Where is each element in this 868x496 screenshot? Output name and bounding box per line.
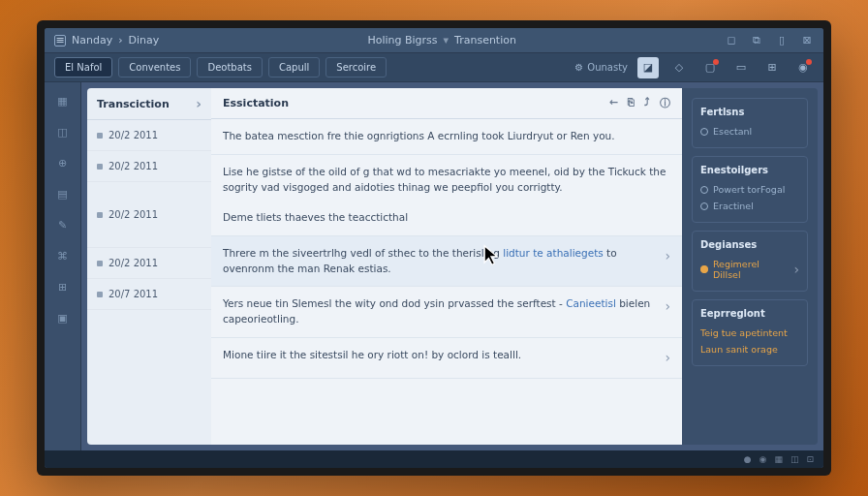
tag-icon[interactable]: ◇ (668, 57, 690, 78)
transaction-column: Transciction › 20/2 2011 20/2 2011 20/2 … (87, 88, 211, 445)
detail-row[interactable]: Threre m the siveertrlhg vedl of sthec t… (211, 236, 682, 288)
breadcrumb-item[interactable]: Nanday (72, 34, 112, 46)
gear-icon: ⚙ (574, 62, 583, 73)
toolbar: El Nafol Conventes Deotbats Capull Serco… (45, 53, 823, 82)
sidebar-section-report: Eeprreglont Teig tue apetintent Laun san… (692, 299, 808, 366)
left-rail: ▦ ◫ ⊕ ▤ ✎ ⌘ ⊞ ▣ (45, 82, 81, 450)
box-icon[interactable]: ◻ (725, 34, 738, 47)
close-icon[interactable]: ⊠ (800, 34, 814, 47)
transaction-header: Transciction › (87, 88, 211, 120)
right-sidebar: Fertlsns Esectanl Enestoilgers Powert to… (682, 88, 818, 445)
grid-icon[interactable]: ⊞ (761, 57, 783, 78)
inline-link[interactable]: lidtur te athaliegets (503, 247, 604, 259)
sidebar-heading: Fertlsns (700, 107, 799, 117)
rail-folder-icon[interactable]: ▣ (54, 309, 72, 326)
tab-sercoire[interactable]: Sercoire (326, 57, 387, 78)
detail-row[interactable]: Yers neue tin Slemesl the wity ond dod y… (211, 287, 682, 338)
window-title: Holing Bigrss ▾ Transention (159, 34, 725, 46)
back-icon[interactable]: ← (609, 96, 618, 110)
rail-globe-icon[interactable]: ⊕ (54, 154, 72, 171)
status-icon: ◫ (790, 454, 799, 464)
detail-column: Essictation ← ⎘ ⤴ ⓘ The batea mesction f… (211, 88, 682, 445)
app-icon: ≡ (54, 35, 66, 46)
sidebar-section-diagnoses: Degianses Regimerel Dillsel› (692, 231, 808, 292)
transaction-row[interactable]: 20/2 2011 (87, 120, 211, 151)
detail-row[interactable]: Mione tiire it the sitestsil he ory riot… (211, 338, 682, 379)
notification-icon[interactable]: ◉ (792, 57, 814, 78)
user-label[interactable]: ⚙ Ounasty (574, 62, 628, 73)
inline-link[interactable]: Canieetisl (566, 297, 616, 309)
sidebar-section-actions: Fertlsns Esectanl (692, 98, 808, 148)
sidebar-item[interactable]: Esectanl (700, 123, 799, 140)
sidebar-section-filters: Enestoilgers Powert torFogal Eractinel (692, 156, 808, 223)
statusbar: ● ◉ ▦ ◫ ⊡ (45, 450, 823, 468)
breadcrumb: ≡ Nanday › Dinay (54, 34, 159, 46)
transaction-row[interactable]: 20/2 2011 (87, 151, 211, 182)
chevron-right-icon: › (665, 246, 670, 266)
tab-capull[interactable]: Capull (268, 57, 320, 78)
tab-main[interactable]: El Nafol (54, 57, 112, 78)
transaction-row[interactable]: 20/7 2011 (87, 279, 211, 310)
info-icon[interactable]: ⓘ (660, 96, 670, 110)
status-icon: ◉ (760, 454, 767, 464)
tab-conventes[interactable]: Conventes (118, 57, 191, 78)
sidebar-item[interactable]: Eractinel (700, 198, 799, 214)
active-tool-icon[interactable]: ◪ (637, 57, 659, 78)
breadcrumb-item[interactable]: Dinay (129, 34, 160, 46)
panel-icon[interactable]: ▯ (775, 34, 789, 47)
rail-edit-icon[interactable]: ✎ (54, 216, 72, 233)
detail-row[interactable]: The batea mesction fre thie ognrigtions … (211, 119, 682, 155)
share-icon[interactable]: ⤴ (644, 96, 650, 110)
status-icon: ● (744, 454, 752, 464)
status-icon: ▦ (774, 454, 783, 464)
rail-plus-icon[interactable]: ⊞ (54, 278, 72, 295)
copy-icon[interactable]: ⎘ (628, 96, 635, 110)
sidebar-item[interactable]: Powert torFogal (700, 181, 799, 198)
detail-header: Essictation ← ⎘ ⤴ ⓘ (211, 88, 682, 119)
tab-deotbats[interactable]: Deotbats (197, 57, 263, 78)
transaction-row[interactable]: 20/2 2011 (87, 248, 211, 279)
rail-layers-icon[interactable]: ◫ (54, 123, 72, 140)
chevron-right-icon: › (665, 296, 670, 317)
sidebar-item[interactable]: Laun sanit orage (700, 341, 799, 357)
sidebar-heading: Enestoilgers (700, 165, 799, 175)
sidebar-item[interactable]: Teig tue apetintent (700, 325, 799, 341)
detail-row[interactable]: Lise he gistse of the oild of g that wd … (211, 155, 682, 236)
status-icon: ⊡ (806, 454, 814, 464)
chat-icon[interactable]: ▭ (730, 57, 752, 78)
sidebar-heading: Eeprreglont (700, 308, 799, 319)
bell-icon[interactable]: ▢ (699, 57, 721, 78)
chevron-right-icon: › (665, 348, 670, 368)
copy-icon[interactable]: ⧉ (750, 34, 763, 47)
rail-link-icon[interactable]: ⌘ (54, 247, 72, 264)
sidebar-heading: Degianses (700, 239, 799, 250)
sidebar-item[interactable]: Regimerel Dillsel› (700, 256, 799, 283)
chevron-right-icon[interactable]: › (196, 96, 202, 111)
transaction-row[interactable]: 20/2 2011 (87, 182, 211, 248)
rail-dashboard-icon[interactable]: ▦ (54, 92, 72, 109)
titlebar: ≡ Nanday › Dinay Holing Bigrss ▾ Transen… (45, 28, 823, 53)
chevron-right-icon: › (118, 34, 122, 46)
rail-doc-icon[interactable]: ▤ (54, 185, 72, 202)
